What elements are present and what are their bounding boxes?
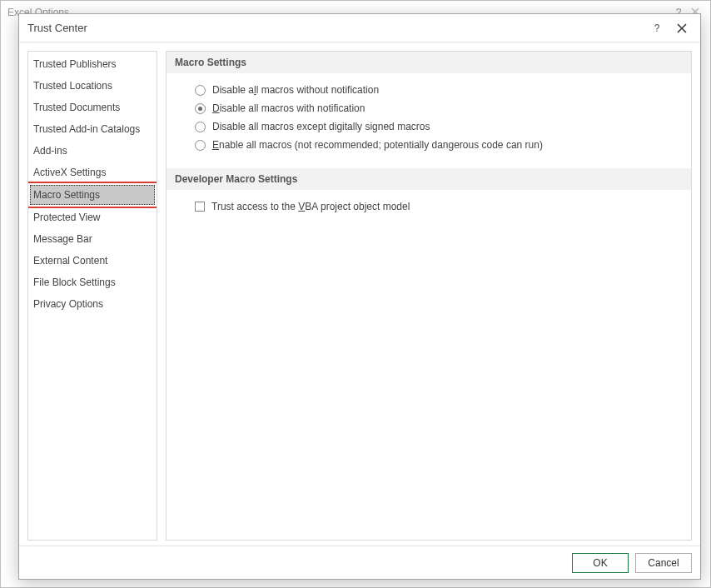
radio-icon [195,85,206,96]
radio-disable-except-signed[interactable]: Disable all macros except digitally sign… [195,120,676,133]
radio-icon [195,140,206,151]
ok-button[interactable]: OK [572,553,629,573]
sidebar-item-privacy-options[interactable]: Privacy Options [28,293,157,315]
sidebar-item-addins[interactable]: Add-ins [28,140,157,162]
sidebar-item-trusted-documents[interactable]: Trusted Documents [28,97,157,118]
sidebar-item-trusted-locations[interactable]: Trusted Locations [28,75,157,97]
trust-center-dialog: Trust Center ? Trusted Publishers Truste… [18,13,701,580]
radio-disable-all-without-notification[interactable]: Disable all macros without notification [195,83,676,97]
sidebar-item-activex-settings[interactable]: ActiveX Settings [28,162,157,183]
section-header-macro-settings: Macro Settings [167,52,691,73]
close-icon[interactable] [672,18,692,38]
radio-enable-all[interactable]: Enable all macros (not recommended; pote… [195,138,676,152]
radio-label: Disable all macros except digitally sign… [212,120,430,133]
content-panel: Macro Settings Disable all macros withou… [166,51,692,541]
dialog-titlebar[interactable]: Trust Center ? [19,14,700,42]
help-icon[interactable]: ? [647,18,667,38]
radio-label: Enable all macros (not recommended; pote… [212,138,543,152]
sidebar-item-protected-view[interactable]: Protected View [28,207,157,228]
checkbox-icon [195,202,205,212]
dialog-title: Trust Center [27,22,642,34]
checkbox-trust-vba-project[interactable]: Trust access to the VBA project object m… [195,200,676,213]
sidebar-item-trusted-addin-catalogs[interactable]: Trusted Add-in Catalogs [28,118,157,140]
section-header-developer-macro-settings: Developer Macro Settings [167,168,691,190]
radio-icon [195,103,206,114]
checkbox-label: Trust access to the VBA project object m… [211,200,410,213]
highlight-box: Macro Settings [27,182,157,208]
radio-disable-all-with-notification[interactable]: Disable all macros with notification [195,102,676,115]
dialog-footer: OK Cancel [19,546,700,579]
radio-label: Disable all macros without notification [212,83,379,97]
sidebar-item-external-content[interactable]: External Content [28,250,157,272]
sidebar-item-message-bar[interactable]: Message Bar [28,228,157,250]
radio-label: Disable all macros with notification [212,102,365,115]
sidebar-item-file-block-settings[interactable]: File Block Settings [28,272,157,293]
sidebar-item-macro-settings[interactable]: Macro Settings [30,185,155,205]
sidebar: Trusted Publishers Trusted Locations Tru… [27,51,157,541]
radio-icon [195,122,206,132]
cancel-button[interactable]: Cancel [635,553,692,573]
sidebar-item-trusted-publishers[interactable]: Trusted Publishers [28,53,157,75]
